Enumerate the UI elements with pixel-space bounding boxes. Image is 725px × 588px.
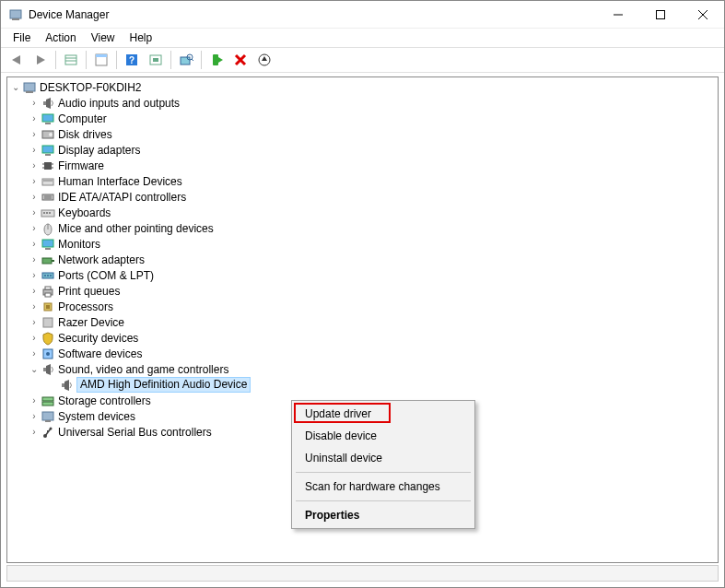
chip-icon [41,159,55,173]
expand-icon[interactable]: › [28,145,41,155]
context-menu-item[interactable]: Uninstall device [294,447,473,469]
tree-category[interactable]: › Processors [7,299,718,314]
tree-device-label: AMD High Definition Audio Device [76,377,251,393]
menu-help[interactable]: Help [123,30,159,45]
show-hidden-button[interactable] [60,49,82,71]
context-menu-item[interactable]: Properties [294,504,473,526]
tree-category[interactable]: › Mice and other pointing devices [7,220,718,236]
tree-category[interactable]: › Print queues [7,283,718,299]
svg-rect-79 [47,430,49,432]
soft-icon [41,347,55,361]
mouse-icon [41,221,55,236]
expand-icon[interactable]: › [28,160,41,171]
svg-rect-34 [42,146,53,153]
tree-category[interactable]: › Firmware [7,158,718,173]
tree-category[interactable]: › Computer [7,111,718,126]
svg-rect-49 [49,212,51,214]
help-button[interactable]: ? [121,49,143,71]
expand-icon[interactable]: › [28,348,41,359]
expand-icon[interactable]: › [28,113,41,123]
svg-rect-8 [65,55,76,65]
svg-rect-30 [42,114,53,122]
toolbar-divider [55,51,56,69]
svg-marker-7 [37,55,45,65]
monitor-icon [41,112,55,126]
tree-category[interactable]: › Audio inputs and outputs [7,95,718,111]
tree-category-label: Ports (COM & LPT) [58,269,154,282]
svg-rect-31 [45,123,51,124]
menu-file[interactable]: File [6,30,37,45]
svg-rect-72 [42,397,53,401]
context-menu-item[interactable]: Scan for hardware changes [294,476,473,498]
svg-rect-26 [24,83,35,91]
tree-category[interactable]: › Razer Device [7,314,718,330]
tree-category[interactable]: › Human Interface Devices [7,173,718,189]
expand-icon[interactable]: › [28,411,41,421]
expand-icon[interactable]: › [28,286,41,296]
svg-rect-73 [42,402,53,406]
tree-category[interactable]: › Security devices [7,330,718,346]
scan-button[interactable] [175,49,197,71]
tree-category-label: Sound, video and game controllers [58,363,228,376]
expand-icon[interactable]: › [28,176,41,186]
svg-point-33 [49,133,53,136]
forward-button[interactable] [29,49,52,71]
context-menu-item[interactable]: Disable device [294,425,473,447]
tree-category[interactable]: › Ports (COM & LPT) [7,267,718,283]
tree-category[interactable]: › Monitors [7,236,718,252]
tree-root-label: DESKTOP-F0KDIH2 [40,81,141,94]
collapse-icon[interactable]: ⌄ [9,82,22,92]
update-button[interactable] [253,49,275,71]
enable-button[interactable] [205,49,228,71]
svg-marker-29 [46,98,51,109]
menubar: File Action View Help [1,29,724,47]
expand-icon[interactable]: › [28,223,41,233]
tree-category[interactable]: › Keyboards [7,205,718,220]
uninstall-button[interactable] [229,49,251,71]
expand-icon[interactable]: › [28,301,41,312]
svg-line-19 [192,59,193,61]
titlebar: Device Manager [1,1,724,29]
menu-action[interactable]: Action [39,30,82,45]
context-menu-separator [296,472,471,473]
minimize-button[interactable] [597,1,639,29]
expand-icon[interactable]: › [28,239,41,249]
expand-icon[interactable]: › [28,98,41,108]
properties-button[interactable] [90,49,112,71]
toolbar-divider [86,51,87,69]
tree-category[interactable]: › Disk drives [7,126,718,142]
hid-icon [41,174,55,189]
expand-icon[interactable]: ⌄ [28,364,41,374]
monitor-icon [41,143,55,158]
expand-icon[interactable]: › [28,317,41,327]
window-title: Device Manager [29,8,597,21]
port-icon [41,268,55,283]
expand-icon[interactable]: › [28,333,41,343]
expand-icon[interactable]: › [28,254,41,265]
tree-category[interactable]: ⌄ Sound, video and game controllers [7,361,718,377]
tree-category[interactable]: › IDE ATA/ATAPI controllers [7,189,718,205]
tree-category-label: IDE ATA/ATAPI controllers [58,191,186,204]
svg-rect-61 [45,287,51,289]
tree-device[interactable]: AMD High Definition Audio Device [7,377,718,393]
expand-icon[interactable]: › [28,427,41,437]
tree-category[interactable]: › Display adapters [7,142,718,158]
tree-category[interactable]: › Software devices [7,346,718,361]
expand-icon[interactable]: › [28,207,41,218]
svg-point-67 [46,352,50,356]
back-button[interactable] [6,49,28,71]
maximize-button[interactable] [639,1,682,29]
context-menu-item[interactable]: Update driver [294,403,473,425]
close-button[interactable] [682,1,724,29]
expand-icon[interactable]: › [28,192,41,202]
tree-category[interactable]: › Network adapters [7,252,718,267]
expand-icon[interactable]: › [28,129,41,139]
svg-rect-12 [96,54,107,57]
expand-icon[interactable]: › [28,395,41,406]
tree-root[interactable]: ⌄ DESKTOP-F0KDIH2 [7,79,718,95]
expand-icon[interactable]: › [28,270,41,280]
action-button[interactable] [145,49,167,71]
svg-rect-0 [10,10,21,18]
tree-category-label: Mice and other pointing devices [58,222,214,235]
menu-view[interactable]: View [85,30,122,45]
